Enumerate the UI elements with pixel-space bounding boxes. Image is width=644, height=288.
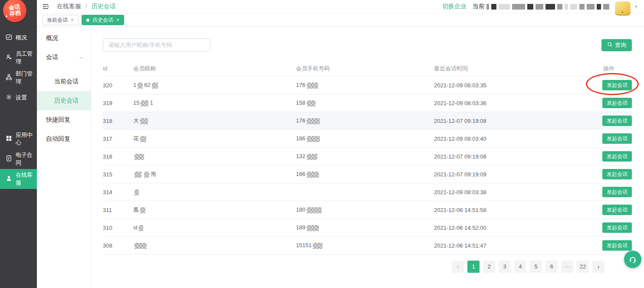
cell-last-session-time: 2021-12-07 09:19:08 [434, 118, 573, 124]
submenu-item-label: 当前会话 [54, 78, 79, 86]
cell-last-session-time: 2021-12-06 14:52:00 [434, 225, 573, 231]
page-button-1[interactable]: 1 [467, 261, 480, 273]
headset-icon[interactable] [624, 251, 641, 268]
submenu-item-5[interactable]: 快捷回复 [37, 110, 91, 129]
start-session-button[interactable]: 发起会话 [602, 187, 632, 197]
contract-icon [6, 155, 12, 163]
cell-id: 316 [103, 153, 133, 160]
sidebar-item-label: 概况 [16, 34, 27, 42]
close-icon[interactable]: × [71, 17, 74, 23]
cell-phone: 180 [296, 206, 434, 213]
page-ellipsis[interactable]: ··· [561, 261, 573, 273]
menu-fold-icon[interactable] [42, 3, 49, 10]
cell-nickname: 162 [133, 82, 296, 89]
redacted-text [307, 100, 315, 106]
table-row[interactable]: 318大1762021-12-07 09:19:08发起会话 [103, 112, 632, 130]
redacted-text [139, 225, 143, 231]
column-header-3: 会员手机号码 [296, 65, 434, 73]
table-row[interactable]: 3201621762021-12-09 08:03:35发起会话 [103, 76, 632, 94]
cell-text: 132 [296, 153, 306, 159]
start-session-button[interactable]: 发起会话 [602, 240, 632, 251]
page-button-2[interactable]: 2 [483, 261, 495, 273]
cell-text: 大 [133, 117, 139, 124]
submenu-item-label: 历史会话 [54, 97, 79, 105]
user-menu-caret-icon[interactable]: ▼ [634, 5, 638, 9]
current-company-redacted [486, 4, 611, 10]
start-session-button[interactable]: 发起会话 [602, 98, 632, 108]
cell-text: 166 [296, 171, 306, 177]
table-row[interactable]: 3161322021-12-07 09:19:06发起会话 [103, 148, 632, 166]
start-session-button[interactable]: 发起会话 [602, 116, 632, 126]
redacted-text [140, 207, 145, 213]
cell-last-session-time: 2021-12-07 09:19:06 [434, 153, 573, 160]
open-tabs-bar: 当前会话×历史会话× [37, 13, 644, 27]
breadcrumb-root[interactable]: 在线客服 [57, 3, 81, 10]
sidebar-item-4[interactable]: 设置 [0, 88, 37, 108]
cell-nickname [133, 153, 296, 160]
table-row[interactable]: 311凰1802021-12-06 14:51:58发起会话 [103, 201, 632, 219]
submenu-item-3[interactable]: 当前会话 [37, 72, 91, 91]
search-icon [607, 42, 613, 49]
cell-id: 315 [103, 171, 133, 178]
sidebar-item-2[interactable]: 员工管理 [0, 48, 37, 68]
sidebar-item-3[interactable]: 部门管理 [0, 68, 37, 88]
next-page-button[interactable]: › [592, 261, 605, 273]
close-icon[interactable]: × [116, 17, 119, 23]
start-session-button[interactable]: 发起会话 [602, 133, 632, 144]
overview-icon [6, 34, 12, 42]
tab-label: 当前会话 [47, 17, 68, 24]
chevron-up-icon[interactable] [79, 55, 84, 62]
table-header-row: id会员昵称会员手机号码最近会话时间操作 [103, 61, 632, 76]
sidebar-item-5[interactable]: 应用中心 [0, 129, 37, 149]
start-session-button[interactable]: 发起会话 [602, 80, 632, 90]
table-row[interactable]: 310st1892021-12-06 14:52:00发起会话 [103, 219, 632, 237]
start-session-button[interactable]: 发起会话 [602, 151, 632, 162]
start-session-button[interactable]: 发起会话 [602, 222, 632, 233]
prev-page-button[interactable]: ‹ [452, 261, 464, 273]
start-session-button[interactable]: 发起会话 [602, 169, 632, 179]
sidebar-spacer [0, 108, 37, 129]
page-button-4[interactable]: 4 [514, 261, 526, 273]
tab-label: 历史会话 [92, 17, 113, 24]
redacted-text [545, 4, 555, 10]
redacted-text [486, 4, 489, 10]
page-button-3[interactable]: 3 [499, 261, 511, 273]
submenu-item-6[interactable]: 自动回复 [37, 129, 91, 149]
submenu-item-1[interactable]: 概况 [37, 29, 91, 48]
table-row[interactable]: 3142021-12-09 08:03:38发起会话 [103, 183, 632, 201]
query-button[interactable]: 查询 [601, 39, 632, 51]
cell-id: 317 [103, 136, 133, 142]
cell-phone: 132 [296, 153, 434, 160]
tab-1[interactable]: 当前会话× [42, 15, 79, 25]
cell-last-session-time: 2021-12-09 08:03:36 [434, 100, 573, 106]
tab-2[interactable]: 历史会话× [82, 15, 124, 25]
sidebar-item-7[interactable]: 在线客服 [0, 169, 37, 189]
cell-nickname [133, 189, 296, 195]
page-button-5[interactable]: 5 [530, 261, 542, 273]
cell-nickname: 泡 [133, 170, 296, 178]
start-session-button[interactable]: 发起会话 [602, 205, 632, 215]
cell-id: 311 [103, 207, 133, 213]
page-button-6[interactable]: 6 [545, 261, 558, 273]
redacted-text [140, 136, 146, 142]
sidebar-item-1[interactable]: 概况 [0, 28, 37, 48]
submenu-item-4[interactable]: 历史会话 [37, 91, 91, 110]
sidebar-item-6[interactable]: 电子合同 [0, 149, 37, 169]
switch-company-link[interactable]: 切换企业 [442, 3, 467, 10]
table-row[interactable]: 317花1862021-12-09 08:03:40发起会话 [103, 130, 632, 148]
cell-nickname: 花 [133, 135, 296, 142]
cell-id: 320 [103, 82, 133, 89]
table-row[interactable]: 308151512021-12-06 14:51:47发起会话 [103, 237, 632, 255]
redacted-text [135, 189, 139, 195]
table-row[interactable]: 3191511582021-12-09 08:03:36发起会话 [103, 94, 632, 112]
user-avatar[interactable] [615, 1, 631, 16]
page-button-22[interactable]: 22 [577, 261, 589, 273]
breadcrumb: 在线客服 / 历史会话 [57, 3, 116, 10]
cell-last-session-time: 2021-12-09 08:03:40 [434, 136, 573, 142]
submenu-item-2[interactable]: 会话 [37, 48, 91, 67]
search-input[interactable] [103, 38, 210, 52]
redacted-text [307, 207, 322, 213]
employee-icon [6, 54, 12, 62]
table-row[interactable]: 315泡1662021-12-07 09:19:09发起会话 [103, 166, 632, 183]
cell-id: 319 [103, 100, 133, 106]
